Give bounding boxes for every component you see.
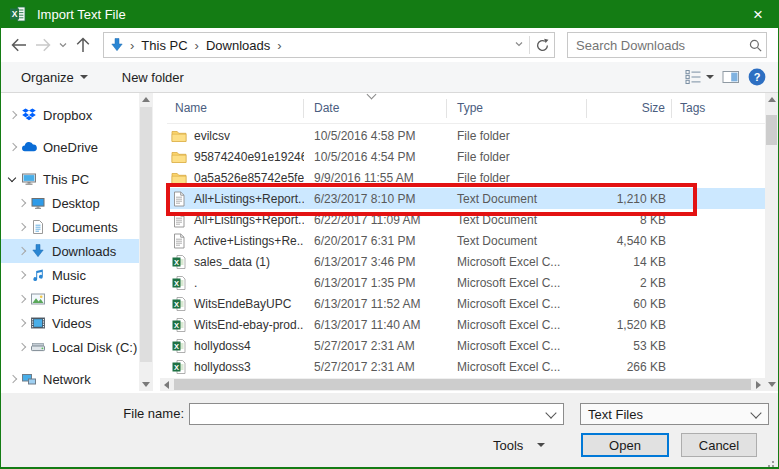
forward-button[interactable] [31,33,55,57]
file-row[interactable]: Active+Listings+Re... 6/20/2017 6:31 PM … [167,230,765,251]
expander-chevron-icon[interactable] [7,109,19,121]
column-header-name[interactable]: Name [167,99,304,118]
file-name-cell: 0a5a526e85742e5fe... [191,171,304,185]
organize-button[interactable]: Organize [13,70,96,85]
expander-chevron-icon[interactable] [16,269,28,281]
refresh-button[interactable] [530,33,554,57]
up-button[interactable] [71,33,95,57]
file-type-cell: File folder [447,171,587,185]
expander-chevron-icon[interactable] [16,317,28,329]
sidebar-item-music[interactable]: Music [1,263,139,287]
music-icon [30,267,46,283]
sidebar-scroll-thumb[interactable] [140,107,152,362]
scroll-down-icon[interactable] [139,378,153,391]
tools-dropdown[interactable]: Tools [493,433,545,457]
sidebar-item-network[interactable]: Network [1,367,139,391]
file-row[interactable]: X WitsEndeBayUPC 6/13/2017 11:52 AM Micr… [167,293,765,314]
breadcrumb-downloads[interactable]: Downloads [200,38,276,53]
expander-chevron-icon[interactable] [16,221,28,233]
resize-grip[interactable] [764,457,774,467]
column-header-date[interactable]: Date [304,99,447,118]
view-dropdown-arrow-icon [706,75,714,79]
preview-pane-button[interactable] [722,69,740,85]
expander-chevron-icon[interactable] [7,173,19,185]
back-button[interactable] [7,33,31,57]
file-date-cell: 6/22/2017 11:09 AM [304,213,447,227]
file-row[interactable]: X hollydoss4 5/27/2017 2:31 AM Microsoft… [167,335,765,356]
new-folder-button[interactable]: New folder [114,70,192,85]
sidebar-item-this-pc[interactable]: This PC [1,167,139,191]
sidebar-scrollbar[interactable] [139,93,153,391]
file-name-label: File name: [1,403,184,425]
pictures-icon [30,291,46,307]
file-name-cell: evilcsv [191,129,304,143]
address-dropdown-chevron-icon[interactable] [509,38,529,52]
help-button[interactable]: ? [748,68,766,86]
address-bar[interactable]: › This PC › Downloads › [103,32,555,58]
scroll-left-icon[interactable] [160,378,173,391]
sidebar-item-desktop[interactable]: Desktop [1,191,139,215]
excel-file-icon: X [171,296,187,312]
horizontal-scroll-thumb[interactable] [174,379,751,390]
expander-chevron-icon[interactable] [7,141,19,153]
file-row[interactable]: All+Listings+Report... 6/22/2017 11:09 A… [167,209,765,230]
file-name-cell: WitsEnd-ebay-prod... [191,318,304,332]
file-name-cell: All+Listings+Report... [191,192,304,206]
file-list-scroll-thumb[interactable] [766,115,777,145]
file-type-cell: File folder [447,129,587,143]
file-row[interactable]: All+Listings+Report... 6/23/2017 8:10 PM… [167,188,765,209]
scroll-right-icon[interactable] [752,378,765,391]
titlebar: X Import Text File × [1,0,778,28]
file-row[interactable]: X sales_data (1) 6/13/2017 3:46 PM Micro… [167,251,765,272]
column-header-size[interactable]: Size [587,99,672,118]
file-name-dropdown-chevron-icon[interactable] [545,407,556,418]
file-name-input[interactable] [190,405,547,423]
recent-locations-chevron-icon[interactable] [55,33,71,57]
file-list-body: evilcsv 10/5/2016 4:58 PM File folder 95… [167,125,765,377]
file-row[interactable]: X hollydoss3 5/27/2017 2:31 AM Microsoft… [167,356,765,377]
search-box[interactable] [567,32,767,58]
sidebar-item-videos[interactable]: Videos [1,311,139,335]
column-header-type[interactable]: Type [447,99,587,118]
file-list-vertical-scrollbar[interactable] [765,93,778,391]
file-row[interactable]: X WitsEnd-ebay-prod... 6/13/2017 11:40 A… [167,314,765,335]
file-type-cell: File folder [447,150,587,164]
sidebar-item-label: Videos [52,316,92,331]
organize-label: Organize [21,70,74,85]
file-row[interactable]: 0a5a526e85742e5fe... 9/9/2016 11:55 AM F… [167,167,765,188]
file-name-combo[interactable] [189,403,564,425]
sidebar-item-local-disk-c[interactable]: Local Disk (C:) [1,335,139,359]
scroll-down-icon[interactable] [765,378,778,391]
file-name-cell: hollydoss3 [191,360,304,374]
scroll-up-icon[interactable] [765,93,778,106]
open-button[interactable]: Open [581,433,669,457]
expander-chevron-icon[interactable] [16,245,28,257]
change-view-button[interactable] [685,69,714,85]
navigation-bar: › This PC › Downloads › [1,28,778,62]
scroll-up-icon[interactable] [139,93,153,106]
file-row[interactable]: X . 6/13/2017 1:35 PM Microsoft Excel C.… [167,272,765,293]
column-header-tags[interactable]: Tags [672,99,765,118]
file-type-select[interactable]: Text Files [580,403,769,425]
expander-chevron-icon[interactable] [16,293,28,305]
sidebar-item-documents[interactable]: Documents [1,215,139,239]
file-name-cell: Active+Listings+Re... [191,234,304,248]
file-list-horizontal-scrollbar[interactable] [160,378,765,391]
cancel-button[interactable]: Cancel [681,433,757,457]
svg-text:X: X [174,299,179,308]
sidebar-item-dropbox[interactable]: Dropbox [1,103,139,127]
expander-chevron-icon[interactable] [7,373,19,385]
file-type-cell: Microsoft Excel C... [447,339,587,353]
file-row[interactable]: evilcsv 10/5/2016 4:58 PM File folder [167,125,765,146]
search-input[interactable] [568,38,745,53]
breadcrumb-this-pc[interactable]: This PC [135,38,193,53]
close-button[interactable]: × [738,0,778,28]
sidebar-item-onedrive[interactable]: OneDrive [1,135,139,159]
file-date-cell: 10/5/2016 4:54 PM [304,150,447,164]
sidebar-item-pictures[interactable]: Pictures [1,287,139,311]
sidebar-item-downloads[interactable]: Downloads [1,239,139,263]
expander-chevron-icon[interactable] [16,197,28,209]
dropdown-arrow-icon [80,75,88,79]
file-row[interactable]: 95874240e91e19246... 10/5/2016 4:54 PM F… [167,146,765,167]
expander-chevron-icon[interactable] [16,341,28,353]
